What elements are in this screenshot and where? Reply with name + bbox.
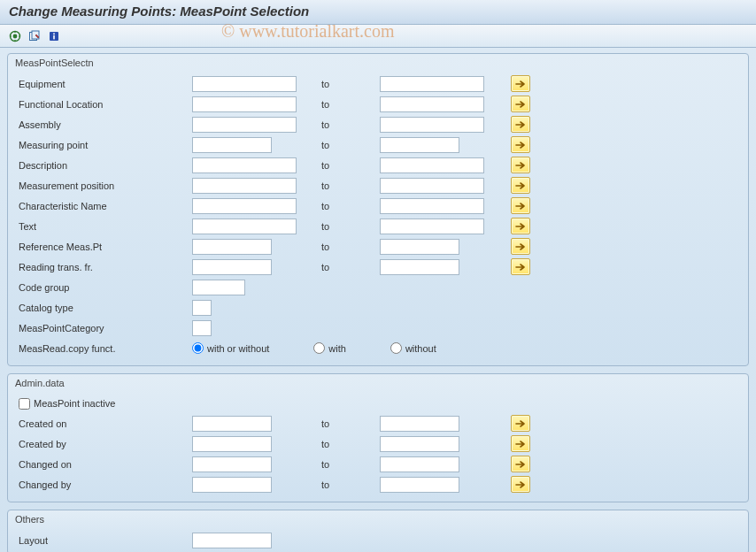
label-refmeas: Reference Meas.Pt xyxy=(15,242,192,252)
label-mpcat: MeasPointCategory xyxy=(15,323,192,334)
row-createdon: Created on to xyxy=(15,413,741,433)
createdby-to-input[interactable] xyxy=(380,436,459,452)
checkbox-label: MeasPoint inactive xyxy=(34,398,115,409)
readtrans-from-input[interactable] xyxy=(192,259,272,275)
svg-rect-5 xyxy=(53,33,55,34)
assembly-from-input[interactable] xyxy=(192,117,297,133)
changedby-to-input[interactable] xyxy=(380,477,459,493)
to-label: to xyxy=(316,459,380,470)
multiple-selection-button[interactable] xyxy=(511,96,530,112)
equipment-to-input[interactable] xyxy=(380,76,484,92)
label-text: Text xyxy=(15,221,192,232)
row-changedby: Changed by to xyxy=(15,474,741,494)
variant-icon[interactable] xyxy=(27,28,42,44)
multiple-selection-button[interactable] xyxy=(511,258,530,275)
radio-with-input[interactable] xyxy=(313,342,325,354)
measpoint-from-input[interactable] xyxy=(192,137,272,153)
cattype-input[interactable] xyxy=(192,300,212,316)
changedby-from-input[interactable] xyxy=(192,477,272,493)
row-mpcat: MeasPointCategory xyxy=(15,318,741,338)
to-label: to xyxy=(316,180,380,191)
charname-to-input[interactable] xyxy=(380,198,484,214)
to-label: to xyxy=(316,262,380,272)
radio-with[interactable]: with xyxy=(313,342,346,354)
multiple-selection-button[interactable] xyxy=(511,238,530,255)
text-from-input[interactable] xyxy=(192,218,297,234)
measpoint-to-input[interactable] xyxy=(380,137,459,153)
label-measpoint: Measuring point xyxy=(15,140,192,150)
to-label: to xyxy=(316,119,380,130)
refmeas-to-input[interactable] xyxy=(380,239,459,255)
radio-with-or-without-input[interactable] xyxy=(192,342,204,354)
equipment-from-input[interactable] xyxy=(192,76,297,92)
row-changedon: Changed on to xyxy=(15,454,741,474)
changedon-from-input[interactable] xyxy=(192,456,272,472)
createdon-from-input[interactable] xyxy=(192,416,272,432)
multiple-selection-button[interactable] xyxy=(511,177,530,194)
changedon-to-input[interactable] xyxy=(380,456,459,472)
radio-label: with or without xyxy=(207,343,269,354)
to-label: to xyxy=(316,201,380,211)
funcloc-from-input[interactable] xyxy=(192,96,297,112)
label-measpos: Measurement position xyxy=(15,180,192,191)
to-label: to xyxy=(316,160,380,171)
description-from-input[interactable] xyxy=(192,157,297,173)
layout-input[interactable] xyxy=(192,533,272,548)
multiple-selection-button[interactable] xyxy=(511,136,530,153)
multiple-selection-button[interactable] xyxy=(511,456,530,472)
row-layout: Layout xyxy=(15,530,741,550)
funcloc-to-input[interactable] xyxy=(380,96,484,112)
multiple-selection-button[interactable] xyxy=(511,218,530,234)
group-measpoint-select: MeasPointSelectn Equipment to Functional… xyxy=(7,53,749,366)
group-title: Admin.data xyxy=(15,378,741,388)
label-equipment: Equipment xyxy=(15,79,192,89)
to-label: to xyxy=(316,479,380,490)
multiple-selection-button[interactable] xyxy=(511,197,530,214)
radio-without[interactable]: without xyxy=(390,342,436,354)
description-to-input[interactable] xyxy=(380,157,484,173)
multiple-selection-button[interactable] xyxy=(511,415,530,432)
app-toolbar: © www.tutorialkart.com xyxy=(0,25,756,48)
measpos-to-input[interactable] xyxy=(380,178,484,194)
to-label: to xyxy=(316,140,380,150)
assembly-to-input[interactable] xyxy=(380,117,484,133)
text-to-input[interactable] xyxy=(380,218,484,234)
label-readtrans: Reading trans. fr. xyxy=(15,262,192,272)
info-icon[interactable] xyxy=(46,28,62,44)
refmeas-from-input[interactable] xyxy=(192,239,272,255)
createdon-to-input[interactable] xyxy=(380,416,459,432)
multiple-selection-button[interactable] xyxy=(511,476,530,493)
label-createdby: Created by xyxy=(15,439,192,449)
mpcat-input[interactable] xyxy=(192,320,212,336)
label-readcopyfunc: MeasRead.copy funct. xyxy=(15,343,192,354)
group-others: Others Layout xyxy=(7,510,749,552)
row-codegroup: Code group xyxy=(15,277,741,297)
measpos-from-input[interactable] xyxy=(192,178,297,194)
multiple-selection-button[interactable] xyxy=(511,435,530,452)
radio-without-input[interactable] xyxy=(390,342,402,354)
row-equipment: Equipment to xyxy=(15,73,741,94)
row-cattype: Catalog type xyxy=(15,297,741,318)
createdby-from-input[interactable] xyxy=(192,436,272,452)
label-codegroup: Code group xyxy=(15,282,192,293)
row-inactive: MeasPoint inactive xyxy=(15,394,741,413)
row-readcopyfunc: MeasRead.copy funct. with or without wit… xyxy=(15,338,741,358)
svg-point-1 xyxy=(13,34,18,38)
row-createdby: Created by to xyxy=(15,433,741,454)
radio-label: without xyxy=(405,343,436,354)
svg-rect-6 xyxy=(53,34,55,39)
radio-with-or-without[interactable]: with or without xyxy=(192,342,269,354)
execute-icon[interactable] xyxy=(7,28,23,44)
row-description: Description to xyxy=(15,155,741,175)
measpoint-inactive-checkbox[interactable] xyxy=(19,398,30,410)
readtrans-to-input[interactable] xyxy=(380,259,459,275)
label-charname: Characteristic Name xyxy=(15,201,192,211)
codegroup-input[interactable] xyxy=(192,280,245,295)
label-cattype: Catalog type xyxy=(15,303,192,313)
charname-from-input[interactable] xyxy=(192,198,297,214)
multiple-selection-button[interactable] xyxy=(511,116,530,133)
multiple-selection-button[interactable] xyxy=(511,75,530,92)
to-label: to xyxy=(316,418,380,429)
multiple-selection-button[interactable] xyxy=(511,157,530,173)
to-label: to xyxy=(316,99,380,110)
